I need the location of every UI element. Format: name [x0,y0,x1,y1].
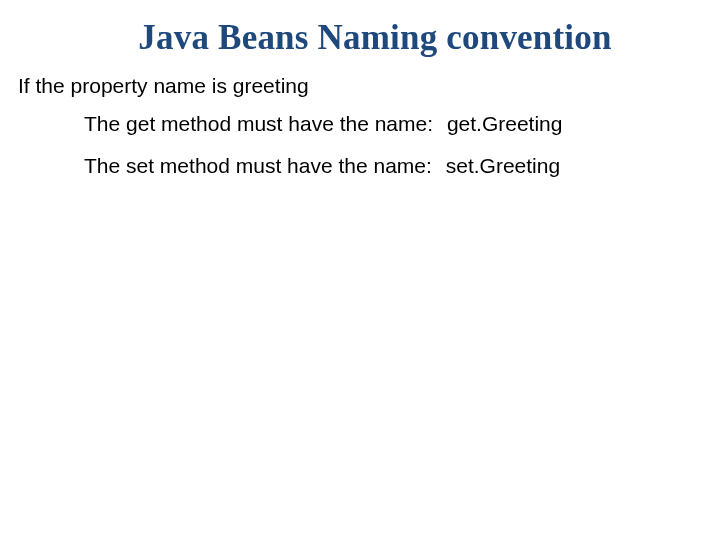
rule-value: set.Greeting [446,152,560,180]
rule-value: get.Greeting [447,110,563,138]
slide: Java Beans Naming convention If the prop… [0,0,720,540]
slide-title: Java Beans Naming convention [68,18,682,58]
rule-line-set: The set method must have the name: set.G… [84,152,702,180]
intro-text: If the property name is greeting [18,74,702,98]
rule-prefix: The set method must have the name: [84,154,432,177]
rule-line-get: The get method must have the name: get.G… [84,110,702,138]
rule-prefix: The get method must have the name: [84,112,433,135]
